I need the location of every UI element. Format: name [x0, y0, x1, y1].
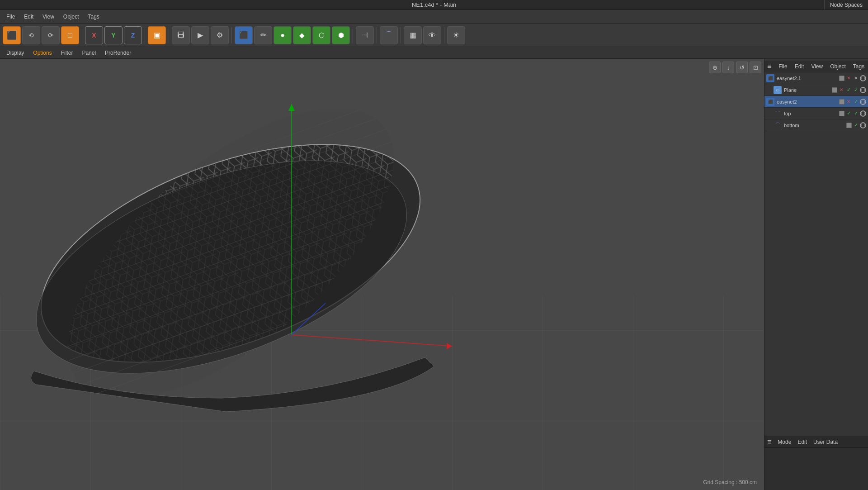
- tool-pen[interactable]: ✏: [254, 26, 272, 44]
- obj-plane-check1[interactable]: ✓: [845, 87, 852, 93]
- svg-point-26: [862, 76, 864, 81]
- attributes-panel: ≡ Mode Edit User Data: [764, 436, 868, 490]
- obj-bottom-sphere[interactable]: [860, 122, 866, 128]
- tool-gem[interactable]: ◆: [293, 26, 311, 44]
- om-header: ≡ File Edit View Object Tags: [764, 61, 868, 72]
- right-panel: ≡ File Edit View Object Tags ⬛ easynet2.…: [764, 59, 868, 490]
- viewport[interactable]: ⊕ ↓ ↺ ⊡ Grid Spacing : 500 cm: [0, 59, 764, 490]
- sub-menu-bar: Display Options Filter Panel ProRender: [0, 47, 868, 59]
- tool-redo[interactable]: ⟳: [42, 26, 60, 44]
- svg-point-33: [860, 123, 866, 128]
- obj-top-vis[interactable]: [839, 111, 844, 116]
- sep3: [169, 27, 169, 43]
- menu-bar: File Edit View Object Tags: [0, 10, 868, 24]
- menu-file[interactable]: File: [3, 13, 19, 21]
- sep4: [231, 27, 232, 43]
- obj-easynet2-icon: ⬛: [766, 98, 774, 106]
- tool-undo-group[interactable]: ⬛: [3, 26, 21, 44]
- submenu-options[interactable]: Options: [29, 49, 55, 57]
- tool-subdiv[interactable]: ⬡: [312, 26, 330, 44]
- obj-easynet2[interactable]: ⬛ easynet2 ✕ ✓: [764, 96, 868, 108]
- obj-bottom-name: bottom: [783, 123, 845, 128]
- tool-grid[interactable]: ▦: [404, 26, 422, 44]
- submenu-filter[interactable]: Filter: [57, 49, 77, 57]
- viewport-ctrl-rotate[interactable]: ↺: [736, 62, 748, 73]
- tool-render-settings[interactable]: ⚙: [211, 26, 229, 44]
- obj-easynet2-x[interactable]: ✕: [845, 99, 852, 105]
- viewport-ctrl-grid[interactable]: ⊡: [750, 62, 761, 73]
- obj-plane-vis[interactable]: [832, 87, 837, 93]
- tool-render-to-pic[interactable]: 🎞: [172, 26, 190, 44]
- node-spaces-btn[interactable]: Node Spaces: [824, 0, 868, 10]
- title-bar: NE1.c4d * - Main Node Spaces: [0, 0, 868, 10]
- obj-plane[interactable]: ▭ Plane ✕ ✓ ✓: [764, 84, 868, 96]
- menu-object[interactable]: Object: [60, 13, 83, 21]
- window-title: NE1.c4d * - Main: [412, 1, 456, 8]
- tool-extrude[interactable]: ⬢: [332, 26, 350, 44]
- tool-select[interactable]: ▣: [148, 26, 166, 44]
- tool-z-axis[interactable]: Z: [124, 26, 142, 44]
- obj-plane-sphere[interactable]: [860, 87, 866, 93]
- tool-cube[interactable]: ⬛: [235, 26, 253, 44]
- obj-bottom[interactable]: ⌒ bottom ✓: [764, 119, 868, 131]
- obj-easynet21-sphere[interactable]: [860, 75, 866, 81]
- tool-sphere[interactable]: ●: [274, 26, 292, 44]
- toolbar: ⬛ ⟲ ⟳ □ X Y Z ▣ 🎞 ▶ ⚙ ⬛ ✏ ● ◆: [0, 24, 868, 47]
- tool-x-axis[interactable]: X: [85, 26, 103, 44]
- viewport-ctrl-crosshair[interactable]: ⊕: [709, 62, 721, 73]
- tool-undo[interactable]: ⟲: [22, 26, 40, 44]
- tool-light[interactable]: ☀: [447, 26, 465, 44]
- obj-easynet21-vis[interactable]: [839, 76, 844, 81]
- sep2: [145, 27, 145, 43]
- om-hamburger[interactable]: ≡: [767, 62, 771, 71]
- obj-easynet21-x[interactable]: ✕: [845, 75, 852, 81]
- obj-top-check2[interactable]: ✓: [853, 110, 859, 117]
- menu-tags[interactable]: Tags: [85, 13, 103, 21]
- obj-plane-name: Plane: [783, 87, 831, 93]
- obj-top-icon: ⌒: [774, 109, 782, 118]
- obj-bottom-check1[interactable]: ✓: [853, 122, 859, 128]
- tool-spline[interactable]: ⌒: [380, 26, 398, 44]
- obj-plane-x[interactable]: ✕: [838, 87, 844, 93]
- submenu-prorender[interactable]: ProRender: [101, 49, 135, 57]
- obj-easynet21-controls: ✕ ✕: [839, 75, 866, 81]
- grid-spacing-label: Grid Spacing : 500 cm: [703, 479, 757, 485]
- viewport-ctrl-down[interactable]: ↓: [722, 62, 734, 73]
- attr-hamburger[interactable]: ≡: [767, 438, 771, 446]
- attr-tab-userdata[interactable]: User Data: [813, 439, 838, 445]
- obj-top-check1[interactable]: ✓: [845, 110, 852, 117]
- submenu-panel[interactable]: Panel: [78, 49, 99, 57]
- svg-point-34: [862, 123, 864, 128]
- obj-bottom-vis[interactable]: [846, 123, 852, 128]
- obj-easynet2-check[interactable]: ✓: [853, 99, 859, 105]
- om-menu-object[interactable]: Object: [830, 63, 846, 70]
- menu-edit[interactable]: Edit: [20, 13, 37, 21]
- obj-easynet2-vis[interactable]: [839, 99, 844, 105]
- tool-play[interactable]: ▶: [191, 26, 209, 44]
- obj-top[interactable]: ⌒ top ✓ ✓: [764, 108, 868, 119]
- obj-bottom-controls: ✓: [846, 122, 866, 128]
- om-menu-view[interactable]: View: [811, 63, 823, 70]
- attr-tab-edit[interactable]: Edit: [797, 439, 807, 445]
- obj-easynet2-sphere[interactable]: [860, 99, 866, 105]
- attr-tab-mode[interactable]: Mode: [778, 439, 791, 445]
- menu-view[interactable]: View: [39, 13, 58, 21]
- obj-top-sphere[interactable]: [860, 110, 866, 117]
- tool-camera[interactable]: 👁: [423, 26, 441, 44]
- om-menu-tags[interactable]: Tags: [853, 63, 864, 70]
- om-menu-edit[interactable]: Edit: [795, 63, 804, 70]
- sep8: [444, 27, 444, 43]
- tool-mirror[interactable]: ⊣: [356, 26, 374, 44]
- obj-easynet2-controls: ✕ ✓: [839, 99, 866, 105]
- obj-easynet21[interactable]: ⬛ easynet2.1 ✕ ✕: [764, 72, 868, 84]
- obj-plane-controls: ✕ ✓ ✓: [832, 87, 866, 93]
- submenu-display[interactable]: Display: [3, 49, 28, 57]
- object-manager: ≡ File Edit View Object Tags ⬛ easynet2.…: [764, 59, 868, 436]
- svg-point-28: [862, 87, 864, 93]
- obj-easynet2-name: easynet2: [775, 99, 838, 105]
- tool-active-obj[interactable]: □: [61, 26, 79, 44]
- obj-easynet21-close[interactable]: ✕: [853, 75, 859, 81]
- tool-y-axis[interactable]: Y: [104, 26, 123, 44]
- om-menu-file[interactable]: File: [778, 63, 787, 70]
- obj-plane-check2[interactable]: ✓: [853, 87, 859, 93]
